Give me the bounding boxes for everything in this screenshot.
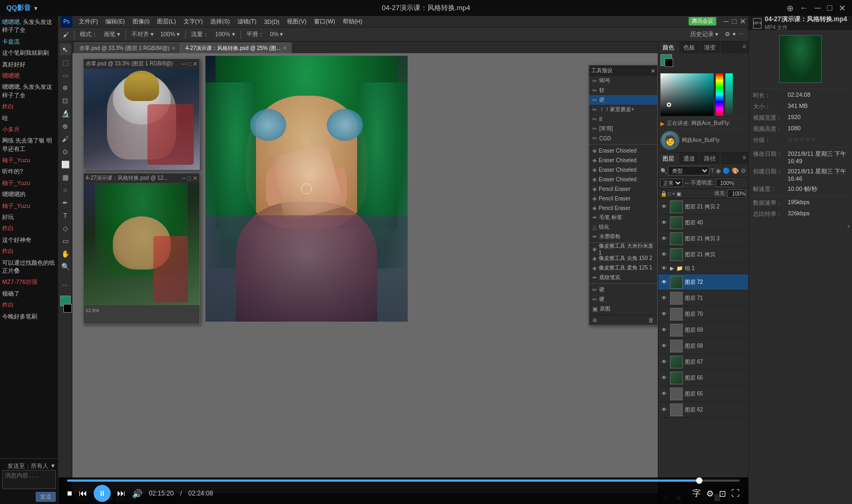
layer-eye[interactable]: 👁	[660, 235, 668, 242]
play-pause-button[interactable]: ⏸	[94, 485, 111, 502]
layer-item[interactable]: 👁 图层 69	[658, 322, 748, 338]
move-tool[interactable]: ↖	[60, 44, 71, 55]
folder-arrow[interactable]: ▶	[670, 265, 674, 271]
tab-doc1[interactable]: 赤零.psd @ 33.3% (图层 1 RGB/8#@) ✕	[75, 43, 180, 53]
tab-layers[interactable]: 图层	[658, 153, 679, 164]
menu-3d[interactable]: 3D(D)	[261, 18, 283, 26]
brush-settings[interactable]: 🖌	[61, 31, 71, 38]
layers-panel-menu[interactable]: ≡	[740, 153, 748, 164]
stamp-tool[interactable]: ⊙	[60, 146, 71, 157]
layer-item[interactable]: 👁 图层 40	[658, 215, 748, 231]
crop-tool[interactable]: ⊡	[60, 95, 71, 106]
tpp-original[interactable]: ▣ 原图	[589, 304, 657, 314]
tpp-brush-tag[interactable]: ✒ 毛笔 标签	[589, 213, 657, 222]
heal-tool[interactable]: ⊕	[60, 120, 71, 132]
eraser-tool[interactable]: ⬜	[60, 158, 71, 170]
preview-minimize-2[interactable]: ─	[182, 175, 186, 182]
swatches-tab[interactable]: 色板	[679, 41, 700, 53]
layer-type-filter[interactable]: 类型	[668, 166, 709, 175]
menu-select[interactable]: 选择(S)	[207, 16, 233, 27]
close-button[interactable]: ✕	[839, 3, 846, 13]
preview-close-1[interactable]: ✕	[193, 61, 197, 68]
color-tab[interactable]: 颜色	[658, 41, 679, 53]
lasso-tool[interactable]: ⌓	[60, 69, 71, 81]
tab-doc2[interactable]: 4-27演示课：风格转换.psd @ 25% (图... ✕	[180, 43, 292, 53]
menu-view[interactable]: 视图(V)	[284, 16, 310, 27]
bg-color-swatch[interactable]	[63, 304, 72, 313]
tpp-ink-spray[interactable]: ✒ 水墨喷枪	[589, 232, 657, 241]
layer-folder[interactable]: 👁 ▶ 📁 组 1	[658, 263, 748, 274]
ps-close[interactable]: ✕	[740, 17, 746, 26]
progress-knob[interactable]	[696, 477, 702, 484]
tpp-item-ii[interactable]: ✏ II	[589, 114, 657, 124]
zoom-tool[interactable]: 🔍	[60, 261, 71, 272]
send-to-label[interactable]: 发送至：所有人 ▼	[7, 462, 56, 470]
eyedropper-tool[interactable]: 🔬	[60, 107, 71, 119]
tpp-hard3[interactable]: ✏ 硬	[589, 295, 657, 304]
layer-eye[interactable]: 👁	[660, 295, 668, 302]
gradient-tool[interactable]: ▦	[60, 171, 71, 183]
hand-tool[interactable]: ✋	[60, 248, 71, 259]
tpp-pencil-eraser-2[interactable]: ◈ Pencil Eraser	[589, 194, 657, 203]
menu-image[interactable]: 图像(I)	[129, 16, 153, 27]
layer-eye[interactable]: 👁	[660, 390, 668, 398]
layer-eye[interactable]: 👁	[660, 310, 668, 318]
preview-close-2[interactable]: ✕	[193, 175, 197, 182]
send-button[interactable]: 发送	[36, 492, 56, 502]
color-gradient-field[interactable]	[660, 73, 714, 116]
preview-maximize-2[interactable]: □	[187, 175, 191, 182]
back-button[interactable]: ←	[800, 3, 808, 13]
app-logo-arrow[interactable]: ▾	[34, 4, 38, 12]
layer-eye[interactable]: 👁	[660, 219, 668, 226]
flow-value[interactable]: 100% ▾	[213, 30, 237, 38]
stop-button[interactable]: ■	[67, 489, 72, 498]
layer-item[interactable]: 👁 图层 65	[658, 386, 748, 402]
more-tools[interactable]: ···	[60, 279, 71, 290]
path-tool[interactable]: ◇	[60, 222, 71, 234]
tpp-close[interactable]: ✕	[651, 68, 655, 74]
pen-tool[interactable]: ✒	[60, 197, 71, 208]
tpp-item-hard[interactable]: ✏ 硬	[589, 95, 657, 105]
minimize-button[interactable]: ─	[815, 3, 821, 13]
preview-minimize-1[interactable]: ─	[182, 61, 186, 68]
layer-item[interactable]: 👁 图层 70	[658, 306, 748, 322]
tpp-merge-icon[interactable]: ⊕	[592, 317, 597, 324]
pip-button[interactable]: ⊡	[719, 489, 726, 499]
fullscreen-button[interactable]: ⛶	[731, 489, 740, 498]
settings-button[interactable]: ⚙	[706, 489, 714, 499]
dodge-tool[interactable]: ○	[60, 184, 71, 196]
layer-eye[interactable]: 👁	[660, 326, 668, 334]
tab-close-1[interactable]: ✕	[171, 45, 176, 51]
tpp-item-skin[interactable]: ✏ ！！家里磨皮+	[589, 105, 657, 114]
tpp-eraser-chiseled-2[interactable]: ◈ Eraser Chiseled	[589, 155, 657, 165]
shape-tool[interactable]: ▭	[60, 235, 71, 247]
gradient-tab[interactable]: 渐变	[700, 41, 721, 53]
tpp-pencil-eraser-1[interactable]: ◈ Pencil Eraser	[589, 184, 657, 194]
layer-item[interactable]: 👁 图层 67	[658, 354, 748, 370]
wand-tool[interactable]: ✲	[60, 82, 71, 94]
menu-window[interactable]: 窗口(W)	[311, 16, 338, 27]
folder-eye[interactable]: 👁	[660, 265, 668, 272]
pin-button[interactable]: ⊕	[787, 3, 793, 13]
next-button[interactable]: ⏭	[117, 489, 126, 498]
tpp-eraser-chiseled-1[interactable]: ◈ Eraser Chiseled	[589, 146, 657, 155]
maximize-button[interactable]: □	[827, 3, 832, 13]
tpp-hard2[interactable]: ✏ 硬	[589, 285, 657, 295]
hue-slider[interactable]	[716, 73, 723, 116]
layer-item[interactable]: 👁 图层 21 拷贝 3	[658, 231, 748, 247]
tab-channels[interactable]: 通道	[679, 153, 700, 164]
menu-file[interactable]: 文件(F)	[76, 16, 101, 27]
not-aligned[interactable]: 不对齐 ▾	[129, 30, 156, 39]
color-panel-expand[interactable]: ≡	[740, 41, 748, 53]
tpp-pencil-eraser-3[interactable]: ◈ Pencil Eraser	[589, 203, 657, 213]
tab-paths[interactable]: 路径	[700, 153, 721, 164]
tpp-eraser-large[interactable]: ◈ 像皮擦工具 大米扑米发 1	[589, 244, 657, 254]
app-logo[interactable]: QQ影音	[6, 3, 31, 13]
subtitle-button[interactable]: 字	[692, 488, 701, 499]
tpp-item-90[interactable]: ✏ 90号	[589, 76, 657, 86]
lock-all-pixels[interactable]: □	[668, 191, 671, 197]
ps-minimize[interactable]: ─	[724, 17, 729, 26]
layer-eye[interactable]: 👁	[660, 203, 668, 211]
tpp-eraser-chiseled-3[interactable]: ◈ Eraser Chiseled	[589, 165, 657, 174]
tpp-settings-icon[interactable]: 🗑	[648, 317, 654, 324]
